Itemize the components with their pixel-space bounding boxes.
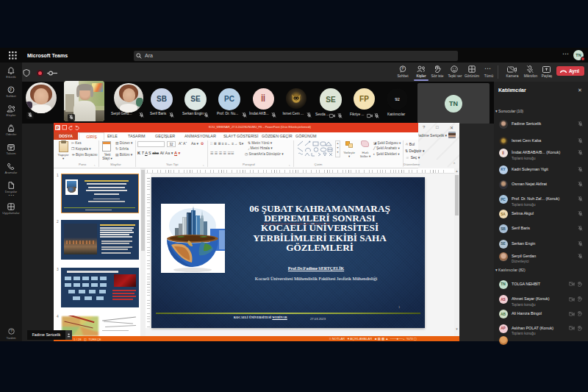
svg-text:?: ?	[10, 329, 12, 333]
svg-text:P: P	[56, 126, 59, 130]
svg-text:P: P	[10, 88, 12, 92]
svg-text:P: P	[401, 67, 404, 71]
